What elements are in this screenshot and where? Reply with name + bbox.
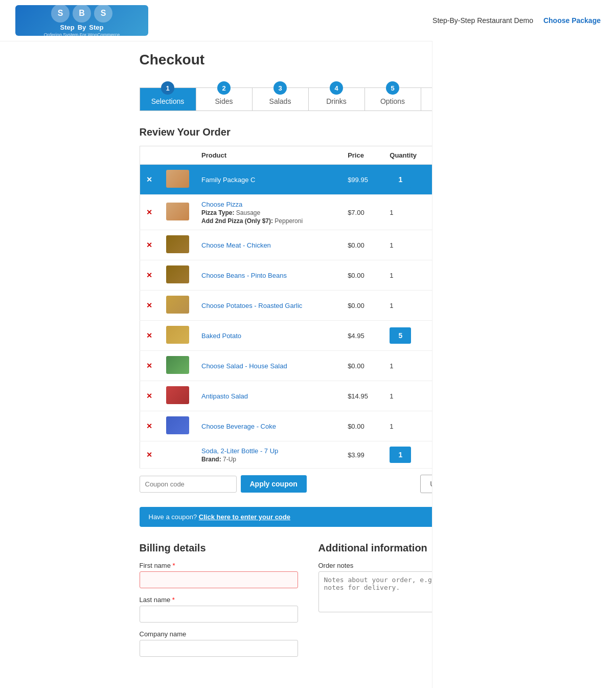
quantity-display: 1: [390, 209, 393, 216]
step-2-label: Sides: [215, 97, 233, 105]
nav-demo[interactable]: Step-By-Step Restaurant Demo: [432, 16, 533, 25]
table-row: ✕Baked Potato$4.95$24.75: [140, 321, 476, 351]
table-row: ✕Choose Meat - Chicken$0.001$0.00: [140, 230, 476, 260]
remove-button[interactable]: ✕: [146, 241, 152, 249]
remove-cell: ✕: [140, 291, 160, 321]
remove-button[interactable]: ✕: [146, 422, 152, 430]
remove-cell: ✕: [140, 165, 160, 195]
product-thumbnail: [166, 356, 189, 374]
coupon-notice-link[interactable]: Click here to enter your code: [199, 513, 290, 521]
table-row: ✕Choose Beverage - Coke$0.001$0.00: [140, 411, 476, 441]
product-link[interactable]: Choose Potatoes - Roasted Garlic: [201, 302, 302, 309]
table-row: ✕Choose PizzaPizza Type: SausageAdd 2nd …: [140, 195, 476, 230]
page-title: Checkout: [140, 52, 477, 68]
col-price: Price: [341, 146, 383, 165]
remove-cell: ✕: [140, 441, 160, 469]
main-nav: Step-By-Step Restaurant Demo Choose Pack…: [432, 16, 601, 25]
price-cell: $0.00: [341, 260, 383, 291]
table-row: ✕Choose Potatoes - Roasted Garlic$0.001$…: [140, 291, 476, 321]
remove-button[interactable]: ✕: [146, 175, 152, 184]
billing-section: Billing details First name * Last name *…: [140, 542, 477, 664]
remove-cell: ✕: [140, 321, 160, 351]
quantity-cell: 1: [383, 381, 434, 411]
right-sidebar: [432, 41, 616, 675]
step-2-num: 2: [217, 81, 231, 95]
product-cell: Antipasto Salad: [195, 381, 341, 411]
col-quantity: Quantity: [383, 146, 434, 165]
firstname-group: First name *: [140, 562, 298, 588]
quantity-cell: 1: [383, 411, 434, 441]
remove-button[interactable]: ✕: [146, 271, 152, 279]
table-row: ✕Choose Salad - House Salad$0.001$0.00: [140, 351, 476, 381]
logo-image: S B S Step By Step Ordering System For W…: [15, 5, 148, 36]
product-link[interactable]: Family Package C: [201, 176, 255, 184]
step-3-salads[interactable]: 3 Salads: [252, 87, 308, 111]
firstname-input[interactable]: [140, 571, 298, 588]
product-link[interactable]: Choose Meat - Chicken: [201, 241, 271, 249]
remove-button[interactable]: ✕: [146, 331, 152, 340]
product-link[interactable]: Soda, 2-Liter Bottle - 7 Up: [201, 447, 278, 455]
product-image-cell: [160, 441, 195, 469]
quantity-cell: 1: [383, 230, 434, 260]
col-img: [160, 146, 195, 165]
quantity-cell: [383, 165, 434, 195]
price-cell: $14.95: [341, 381, 383, 411]
product-image-cell: [160, 165, 195, 195]
quantity-display: 1: [390, 272, 393, 279]
remove-button[interactable]: ✕: [146, 301, 152, 309]
company-input[interactable]: [140, 640, 298, 657]
remove-cell: ✕: [140, 381, 160, 411]
table-row: ✕Soda, 2-Liter Bottle - 7 UpBrand: 7-Up$…: [140, 441, 476, 469]
product-image-cell: [160, 230, 195, 260]
step-5-options[interactable]: 5 Options: [364, 87, 421, 111]
coupon-input[interactable]: [140, 476, 237, 493]
nav-choose-package[interactable]: Choose Package: [543, 16, 601, 25]
lastname-input[interactable]: [140, 606, 298, 623]
coupon-notice: Have a coupon? Click here to enter your …: [140, 507, 477, 527]
quantity-stepper[interactable]: [390, 171, 411, 188]
product-image-cell: [160, 195, 195, 230]
product-image-cell: [160, 260, 195, 291]
product-image-cell: [160, 291, 195, 321]
product-thumbnail: [166, 203, 189, 220]
remove-cell: ✕: [140, 260, 160, 291]
step-4-drinks[interactable]: 4 Drinks: [308, 87, 364, 111]
step-1-selections[interactable]: 1 Selections: [140, 87, 196, 111]
remove-cell: ✕: [140, 195, 160, 230]
order-table: Product Price Quantity Total ✕Family Pac…: [140, 146, 477, 469]
product-link[interactable]: Choose Salad - House Salad: [201, 362, 287, 370]
quantity-stepper[interactable]: [390, 447, 411, 463]
product-link[interactable]: Choose Pizza: [201, 201, 242, 208]
step-2-sides[interactable]: 2 Sides: [196, 87, 252, 111]
product-cell: Choose Beverage - Coke: [195, 411, 341, 441]
remove-button[interactable]: ✕: [146, 451, 152, 459]
product-cell: Baked Potato: [195, 321, 341, 351]
logo[interactable]: S B S Step By Step Ordering System For W…: [15, 5, 148, 36]
product-cell: Soda, 2-Liter Bottle - 7 UpBrand: 7-Up: [195, 441, 341, 469]
col-remove: [140, 146, 160, 165]
product-link[interactable]: Antipasto Salad: [201, 392, 248, 400]
review-title: Review Your Order: [140, 126, 477, 138]
quantity-stepper[interactable]: [390, 327, 411, 344]
quantity-display: 1: [390, 362, 393, 370]
product-thumbnail: [166, 296, 189, 314]
product-link[interactable]: Choose Beans - Pinto Beans: [201, 272, 287, 279]
product-cell: Choose PizzaPizza Type: SausageAdd 2nd P…: [195, 195, 341, 230]
product-cell: Choose Meat - Chicken: [195, 230, 341, 260]
steps-nav: 1 Selections 2 Sides 3 Salads 4 Drinks 5…: [140, 81, 477, 111]
product-link[interactable]: Baked Potato: [201, 332, 241, 340]
quantity-cell: 1: [383, 351, 434, 381]
product-thumbnail: [166, 416, 189, 434]
remove-button[interactable]: ✕: [146, 208, 152, 216]
apply-coupon-button[interactable]: Apply coupon: [241, 475, 307, 493]
remove-button[interactable]: ✕: [146, 392, 152, 400]
price-cell: $7.00: [341, 195, 383, 230]
remove-button[interactable]: ✕: [146, 362, 152, 370]
remove-cell: ✕: [140, 351, 160, 381]
price-cell: $0.00: [341, 411, 383, 441]
step-5-num: 5: [386, 81, 399, 95]
step-3-label: Salads: [269, 97, 291, 105]
product-cell: Choose Beans - Pinto Beans: [195, 260, 341, 291]
product-link[interactable]: Choose Beverage - Coke: [201, 423, 276, 430]
product-thumbnail: [166, 265, 189, 283]
